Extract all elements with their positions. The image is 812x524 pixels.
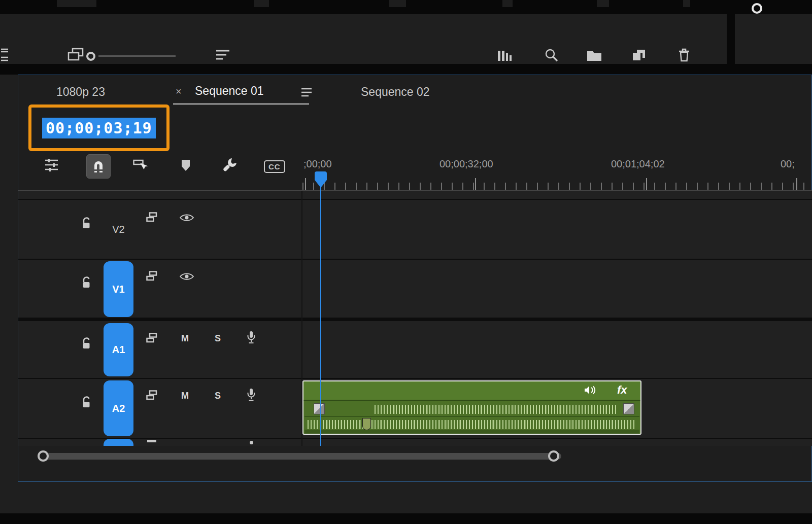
new-item-icon[interactable] [632,49,646,61]
voiceover-record-icon [250,441,253,444]
top-window-strip [0,0,812,14]
annotation-highlight-box [28,104,170,151]
captions-icon[interactable]: CC [264,160,285,173]
scrollbar-zoom-handle-right[interactable] [548,450,559,462]
toggle-track-output-icon[interactable] [180,213,194,222]
time-ruler[interactable]: ;00;00 00;00;32;00 00;01;04;02 00; [301,152,812,191]
tab-sequence-02[interactable]: Sequence 02 [361,85,430,99]
icon-view-icon[interactable] [67,48,84,62]
source-patch-icon[interactable] [146,333,157,343]
clip-bottom-strip [304,430,639,434]
window-fragment [502,0,513,7]
ruler-major-tick [796,178,797,190]
sort-icon[interactable] [215,49,230,62]
timeline-settings-icon[interactable] [222,157,238,172]
track-target-v2[interactable]: V2 [104,201,133,257]
timeline-panel: 1080p 23 × Sequence 01 Sequence 02 00;00… [18,75,812,482]
scrollbar-zoom-handle-left[interactable] [38,450,49,462]
source-patch-icon[interactable] [146,390,157,400]
nest-sequences-icon[interactable] [44,158,59,171]
close-tab-icon[interactable]: × [176,86,182,97]
tab-sequence-01[interactable]: Sequence 01 [195,84,264,98]
project-panel-toolbar [0,14,727,64]
track-divider [18,199,812,200]
circle-indicator-icon[interactable] [752,3,762,14]
audio-speaker-icon [584,385,597,395]
bottom-window-strip [0,513,812,524]
clip-waveform-upper [375,405,617,414]
voiceover-record-icon[interactable] [247,331,256,344]
audio-clip[interactable]: fx [302,380,641,435]
snap-icon [87,155,110,178]
automate-to-sequence-icon[interactable] [497,50,514,62]
clip-waveform-lower [308,420,636,429]
active-tab-underline [173,103,309,104]
panel-menu-icon[interactable] [300,87,313,97]
clip-fade-handle-right[interactable] [623,403,634,414]
ruler-major-tick [646,178,647,190]
video-audio-divider[interactable] [18,318,812,321]
toggle-track-output-icon[interactable] [180,272,194,281]
track-target-a1[interactable]: A1 [104,323,133,376]
track-area: V2 V1 A1 [18,191,812,446]
source-patch-icon [147,440,156,442]
snap-toggle[interactable] [86,154,111,179]
clip-fx-badge: fx [617,383,627,397]
mute-track-button[interactable]: M [181,333,189,344]
app-window: 1080p 23 × Sequence 01 Sequence 02 00;00… [0,0,812,524]
ruler-major-tick [305,178,306,190]
track-lock-icon[interactable] [81,336,92,351]
playhead-line[interactable] [320,187,321,446]
solo-track-button[interactable]: S [215,391,221,401]
list-view-icon[interactable] [0,47,9,63]
track-divider [18,378,812,379]
search-icon[interactable] [544,48,558,62]
ruler-label: 00;01;04;02 [611,158,665,170]
panel-divider [727,0,735,75]
clip-fade-handle-left[interactable] [314,403,325,414]
window-fragment [57,0,96,7]
track-lock-icon[interactable] [81,275,92,290]
track-target-a2[interactable]: A2 [104,380,133,436]
panel-gap [0,64,812,75]
track-lock-icon[interactable] [81,216,92,230]
clip-keyframe-handle[interactable] [362,418,371,430]
clip-center-line [304,416,639,417]
source-patch-icon[interactable] [146,212,157,222]
track-divider [18,259,812,260]
delete-icon[interactable] [678,48,690,62]
track-lock-icon[interactable] [81,395,92,409]
window-fragment [683,0,690,7]
voiceover-record-icon[interactable] [247,388,256,402]
ruler-minor-ticks [302,183,812,190]
solo-track-button[interactable]: S [215,333,221,344]
ruler-label: ;00;00 [303,158,332,170]
source-patch-icon[interactable] [146,271,157,281]
mute-track-button[interactable]: M [181,391,189,401]
ruler-major-tick [475,178,476,190]
zoom-slider-track[interactable] [98,55,176,57]
track-target-partial[interactable] [104,439,133,446]
zoom-slider-knob[interactable] [86,52,95,61]
horizontal-scrollbar[interactable] [39,453,561,460]
window-fragment [389,0,406,7]
add-marker-icon[interactable] [181,159,191,171]
new-bin-icon[interactable] [587,50,602,62]
ruler-label: 00; [781,158,795,170]
track-target-v1[interactable]: V1 [104,261,133,317]
window-fragment [597,0,609,7]
window-fragment [254,0,269,7]
track-divider [18,438,812,439]
ruler-label: 00;00;32;00 [439,158,493,170]
tab-clip-monitor[interactable]: 1080p 23 [56,85,105,99]
linked-selection-icon[interactable] [133,158,148,172]
